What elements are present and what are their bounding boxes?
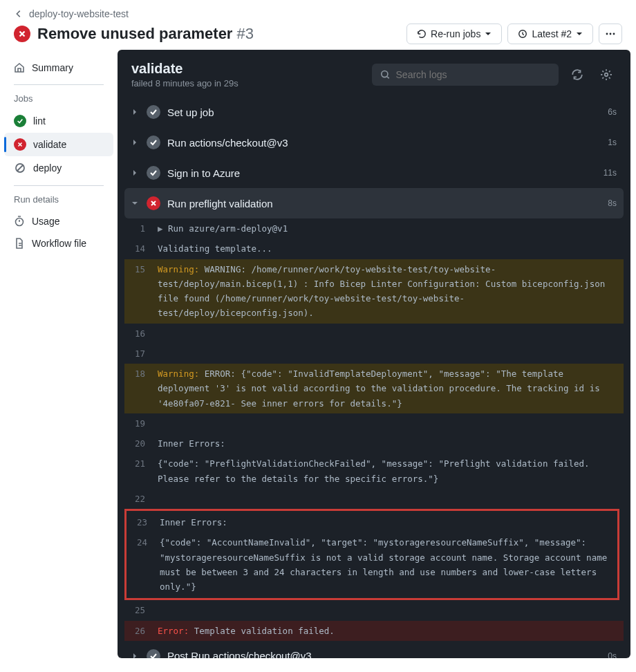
step-row: Sign in to Azure11s [124, 158, 624, 188]
step-name: Post Run actions/checkout@v3 [167, 650, 312, 658]
rerun-jobs-button[interactable]: Re-run jobs [406, 24, 502, 44]
search-logs[interactable] [372, 64, 559, 86]
file-icon [14, 238, 25, 249]
sidebar-summary[interactable]: Summary [4, 57, 113, 79]
step-duration: 8s [608, 198, 617, 208]
job-subtitle: failed 8 minutes ago in 29s [131, 78, 238, 88]
status-fail-icon [14, 26, 30, 42]
search-icon [380, 69, 391, 80]
highlighted-error-box: 23Inner Errors:24{"code": "AccountNameIn… [124, 509, 619, 600]
breadcrumb: deploy-toy-website-test [14, 8, 622, 19]
log-line: 14Validating template... [124, 239, 624, 259]
stopwatch-icon [14, 216, 25, 227]
step-toggle[interactable]: Post Run actions/checkout@v30s [124, 641, 624, 658]
sidebar: Summary Jobs lintvalidatedeploy Run deta… [0, 47, 118, 664]
refresh-logs-button[interactable] [567, 64, 588, 85]
sidebar-workflow-file[interactable]: Workflow file [4, 232, 113, 254]
sidebar-job-deploy[interactable]: deploy [4, 156, 113, 180]
log-output: 1▶ Run azure/arm-deploy@v114Validating t… [124, 218, 624, 641]
log-line: 15Warning: WARNING: /home/runner/work/to… [124, 259, 624, 324]
step-name: Run actions/checkout@v3 [167, 137, 288, 149]
jobs-heading: Jobs [4, 88, 113, 109]
step-duration: 0s [608, 651, 617, 658]
log-line: 20Inner Errors: [124, 433, 624, 454]
chevron-icon [131, 653, 140, 658]
home-icon [14, 62, 25, 73]
log-line: 16 [124, 324, 624, 344]
chevron-icon [131, 200, 140, 207]
log-line: 19 [124, 413, 624, 433]
step-row: Set up job6s [124, 97, 624, 127]
latest-run-button[interactable]: Latest #2 [507, 24, 593, 44]
svg-point-3 [613, 33, 615, 35]
step-duration: 1s [608, 138, 617, 147]
svg-point-6 [382, 71, 388, 77]
step-row: Run actions/checkout@v31s [124, 127, 624, 158]
step-name: Run preflight validation [167, 198, 273, 209]
chevron-icon [131, 169, 140, 176]
check-icon [147, 105, 160, 119]
sidebar-usage[interactable]: Usage [4, 210, 113, 232]
log-line: 18Warning: ERROR: {"code": "InvalidTempl… [124, 364, 624, 413]
x-icon [14, 138, 26, 151]
check-icon [147, 136, 160, 149]
step-toggle[interactable]: Run actions/checkout@v31s [124, 127, 624, 158]
svg-point-7 [605, 73, 608, 77]
log-line: 17 [124, 344, 624, 364]
log-line: 23Inner Errors: [127, 512, 617, 532]
check-icon [14, 115, 26, 127]
svg-point-2 [610, 33, 612, 35]
log-line: 21{"code": "PreflightValidationCheckFail… [124, 454, 624, 489]
check-icon [147, 649, 160, 658]
step-duration: 11s [604, 168, 617, 178]
step-name: Set up job [167, 106, 214, 118]
page-title: Remove unused parameter #3 [37, 25, 254, 43]
run-details-heading: Run details [4, 189, 113, 210]
log-line: 1▶ Run azure/arm-deploy@v1 [124, 218, 624, 239]
log-line: 22 [124, 489, 624, 509]
back-icon[interactable] [14, 9, 24, 19]
step-name: Sign in to Azure [167, 167, 240, 179]
log-line: 25 [124, 600, 624, 620]
step-row: Run preflight validation8s1▶ Run azure/a… [124, 188, 624, 641]
check-icon [147, 166, 160, 180]
step-toggle[interactable]: Set up job6s [124, 97, 624, 127]
step-toggle[interactable]: Sign in to Azure11s [124, 158, 624, 188]
skip-icon [14, 162, 26, 174]
log-line: 26Error: Template validation failed. [124, 621, 624, 641]
settings-button[interactable] [596, 64, 617, 85]
log-panel: validate failed 8 minutes ago in 29s Set… [118, 50, 630, 658]
search-input[interactable] [396, 69, 550, 80]
chevron-icon [131, 139, 140, 146]
step-row: Post Run actions/checkout@v30s [124, 641, 624, 658]
step-duration: 6s [608, 107, 617, 117]
sidebar-job-lint[interactable]: lint [4, 109, 113, 133]
svg-point-1 [606, 33, 608, 35]
log-line: 24{"code": "AccountNameInvalid", "target… [127, 532, 617, 597]
breadcrumb-link[interactable]: deploy-toy-website-test [29, 8, 129, 19]
chevron-icon [131, 109, 140, 115]
kebab-menu-button[interactable] [599, 24, 622, 44]
step-toggle[interactable]: Run preflight validation8s [124, 188, 624, 218]
sidebar-job-validate[interactable]: validate [4, 133, 113, 156]
x-icon [147, 196, 160, 210]
job-title: validate [131, 61, 238, 77]
